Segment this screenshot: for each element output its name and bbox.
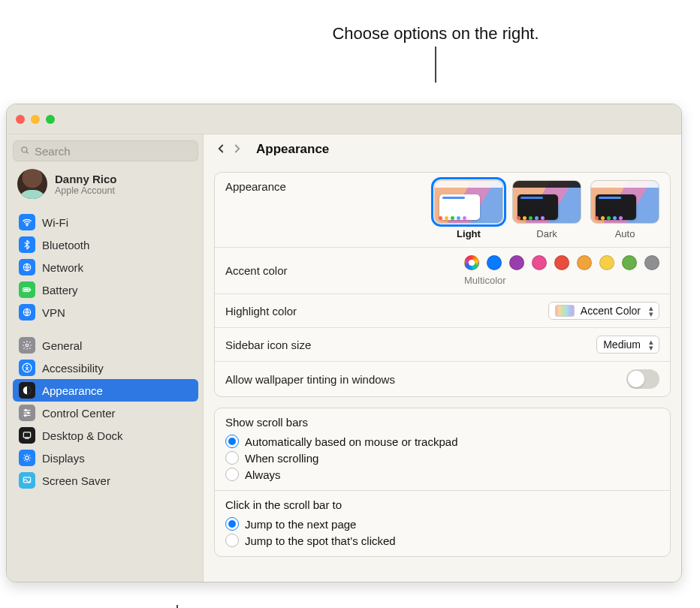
sidebar-item-control-center[interactable]: Control Center	[13, 402, 198, 424]
accent-swatch-pink[interactable]	[532, 255, 547, 270]
page-title: Appearance	[256, 142, 329, 157]
sidebar: Search Danny Rico Apple Account Wi-FiBlu…	[7, 134, 204, 582]
search-icon	[20, 145, 30, 158]
svg-line-1	[26, 152, 29, 154]
callout-line	[177, 605, 178, 608]
sidebar-item-desktop-dock[interactable]: Desktop & Dock	[13, 424, 198, 447]
appearance-option-label: Auto	[590, 228, 659, 239]
accent-swatch-orange[interactable]	[577, 255, 592, 270]
nav-back-button[interactable]	[214, 142, 228, 158]
appearance-option-light[interactable]: Light	[434, 180, 503, 239]
accent-swatch-green[interactable]	[622, 255, 637, 270]
accessibility-icon	[19, 360, 35, 376]
chevron-updown-icon: ▴▾	[647, 339, 656, 351]
sidebar-item-label: Control Center	[42, 407, 116, 420]
accent-swatch-purple[interactable]	[509, 255, 524, 270]
svg-point-0	[22, 146, 27, 152]
sidebar-item-displays[interactable]: Displays	[13, 447, 198, 469]
sidebar-item-label: Displays	[42, 452, 85, 465]
svg-point-2	[26, 224, 28, 226]
svg-rect-19	[25, 438, 29, 439]
dock-icon	[19, 427, 35, 444]
main-header: Appearance	[204, 134, 681, 164]
sidebar-item-label: Desktop & Dock	[42, 429, 123, 442]
sidebar-icon-size-label: Sidebar icon size	[225, 339, 311, 351]
callout-top-text: Choose options on the right.	[332, 24, 539, 43]
sidebar-item-label: Battery	[42, 284, 78, 296]
appearance-option-auto[interactable]: Auto	[590, 180, 659, 239]
sidebar-item-label: Accessibility	[42, 362, 104, 375]
svg-point-17	[25, 414, 26, 416]
sidebar-item-label: General	[42, 339, 82, 352]
vpn-icon	[19, 304, 35, 321]
sidebar-item-vpn[interactable]: VPN	[13, 301, 198, 324]
screensaver-icon	[19, 472, 35, 489]
close-button[interactable]	[16, 115, 25, 124]
sidebar-item-label: Wi-Fi	[42, 216, 68, 229]
sidebar-item-general[interactable]: General	[13, 334, 198, 357]
sidebar-icon-size-value: Medium	[603, 339, 641, 351]
chevron-updown-icon: ▴▾	[647, 305, 656, 317]
account-sub: Apple Account	[55, 185, 117, 196]
accent-label: Accent color	[225, 264, 288, 277]
scrollbars-heading: Show scroll bars	[225, 416, 659, 429]
radio-label: When scrolling	[245, 452, 318, 465]
svg-point-20	[26, 456, 29, 460]
accent-swatch-blue[interactable]	[487, 255, 502, 270]
scrollbars-option-always[interactable]: Always	[225, 466, 659, 483]
radio-label: Automatically based on mouse or trackpad	[245, 435, 457, 448]
sidebar-item-battery[interactable]: Battery	[13, 278, 198, 301]
svg-rect-6	[24, 289, 29, 290]
scrollbars-option-scrolling[interactable]: When scrolling	[225, 450, 659, 466]
window-controls	[16, 115, 55, 124]
network-icon	[19, 259, 35, 275]
scrollclick-option-spot[interactable]: Jump to the spot that’s clicked	[225, 532, 659, 549]
highlight-value: Accent Color	[581, 305, 641, 317]
nav-forward-button[interactable]	[231, 142, 244, 158]
tinting-toggle[interactable]	[626, 369, 659, 389]
sidebar-item-appearance[interactable]: Appearance	[13, 379, 198, 402]
highlight-popup[interactable]: Accent Color ▴▾	[548, 302, 659, 320]
sidebar-item-label: Network	[42, 261, 83, 274]
sidebar-icon-size-popup[interactable]: Medium ▴▾	[596, 336, 659, 354]
sidebar-item-accessibility[interactable]: Accessibility	[13, 357, 198, 379]
radio-icon	[225, 468, 239, 481]
radio-icon	[225, 435, 239, 448]
svg-point-10	[26, 365, 28, 366]
wifi-icon	[19, 214, 35, 230]
avatar	[17, 169, 47, 199]
svg-rect-5	[30, 289, 31, 290]
sidebar-item-screen-saver[interactable]: Screen Saver	[13, 469, 198, 492]
radio-icon	[225, 534, 239, 547]
sidebar-item-bluetooth[interactable]: Bluetooth	[13, 233, 198, 256]
accent-swatch-multicolor[interactable]	[464, 255, 479, 270]
appearance-option-label: Dark	[512, 228, 581, 239]
gear-icon	[19, 337, 35, 354]
callout-bottom: Click a setting in the sidebar.	[152, 585, 700, 608]
sidebar-item-label: Screen Saver	[42, 474, 110, 487]
tinting-label: Allow wallpaper tinting in windows	[225, 373, 395, 386]
svg-point-13	[25, 409, 26, 411]
appearance-option-dark[interactable]: Dark	[512, 180, 581, 239]
accent-swatch-graphite[interactable]	[644, 255, 659, 270]
scrollbars-card: Show scroll bars Automatically based on …	[214, 408, 671, 557]
svg-point-15	[28, 412, 29, 414]
sidebar-item-network[interactable]: Network	[13, 256, 198, 278]
scrollclick-heading: Click in the scroll bar to	[225, 498, 659, 511]
system-settings-window: Search Danny Rico Apple Account Wi-FiBlu…	[6, 104, 682, 582]
accent-swatch-yellow[interactable]	[599, 255, 614, 270]
radio-label: Jump to the spot that’s clicked	[245, 534, 396, 547]
sidebar-item-wifi[interactable]: Wi-Fi	[13, 211, 198, 233]
appearance-card: Appearance LightDarkAuto Accent color Mu…	[214, 172, 671, 397]
account-row[interactable]: Danny Rico Apple Account	[13, 161, 198, 206]
minimize-button[interactable]	[31, 115, 40, 124]
search-field[interactable]: Search	[13, 140, 198, 161]
scrollclick-option-next[interactable]: Jump to the next page	[225, 516, 659, 532]
accent-swatch-red[interactable]	[554, 255, 569, 270]
fullscreen-button[interactable]	[46, 115, 55, 124]
sidebar-item-label: Bluetooth	[42, 239, 89, 251]
appearance-label: Appearance	[225, 180, 286, 193]
scrollbars-option-auto[interactable]: Automatically based on mouse or trackpad	[225, 433, 659, 450]
radio-icon	[225, 517, 239, 531]
sidebar-item-label: Appearance	[42, 384, 103, 397]
